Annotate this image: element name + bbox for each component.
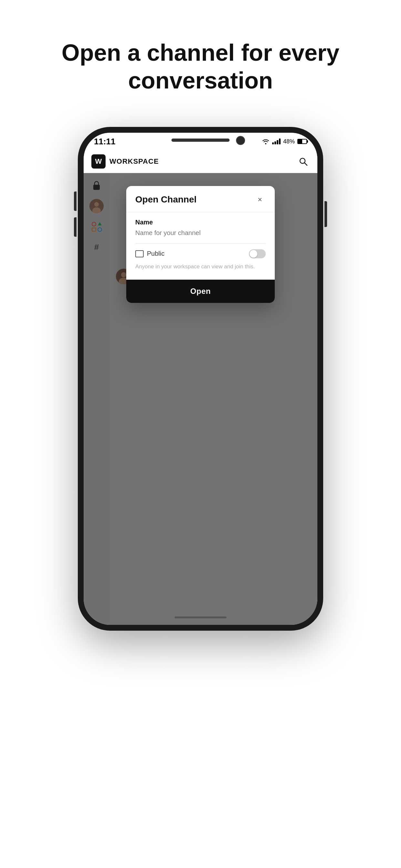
page-heading: Open a channel for every conversation: [55, 39, 346, 95]
modal-body: Name Public: [126, 212, 275, 280]
public-left: Public: [135, 250, 164, 257]
open-channel-modal: Open Channel × Name Public: [126, 186, 275, 303]
phone-shell: 11:11 48% W: [78, 127, 323, 631]
phone-camera: [236, 136, 245, 145]
search-button[interactable]: [297, 155, 310, 168]
modal-header: Open Channel ×: [126, 186, 275, 212]
modal-title: Open Channel: [135, 194, 197, 205]
public-icon: [135, 250, 144, 257]
app-body: # Open Jefri Martin: [84, 173, 317, 625]
workspace-name: WORKSPACE: [110, 157, 297, 166]
modal-close-button[interactable]: ×: [254, 194, 266, 206]
field-divider: [135, 243, 266, 244]
public-toggle[interactable]: [249, 249, 266, 258]
public-label: Public: [147, 250, 164, 257]
battery-icon: [297, 139, 307, 144]
signal-icon: [272, 138, 281, 144]
svg-line-1: [305, 163, 307, 166]
open-channel-button[interactable]: Open: [126, 280, 275, 303]
phone-speaker: [172, 138, 229, 142]
phone-screen: 11:11 48% W: [84, 133, 317, 625]
search-icon: [299, 157, 308, 166]
channel-name-input[interactable]: [135, 229, 266, 237]
power-button: [325, 201, 327, 227]
wifi-icon: [262, 138, 270, 144]
workspace-logo: W: [91, 154, 105, 168]
home-bar: [175, 616, 226, 618]
public-hint: Anyone in your workspace can view and jo…: [135, 263, 266, 271]
volume-up-button: [74, 191, 76, 211]
status-time: 11:11: [94, 136, 116, 147]
public-row: Public: [135, 249, 266, 258]
app-header: W WORKSPACE: [84, 151, 317, 173]
name-field-label: Name: [135, 219, 266, 226]
svg-point-0: [300, 158, 305, 163]
battery-pct: 48%: [283, 138, 295, 145]
status-icons: 48%: [262, 138, 307, 145]
volume-down-button: [74, 217, 76, 237]
modal-footer: Open: [126, 280, 275, 303]
toggle-knob: [250, 250, 257, 258]
modal-overlay: Open Channel × Name Public: [84, 173, 317, 625]
